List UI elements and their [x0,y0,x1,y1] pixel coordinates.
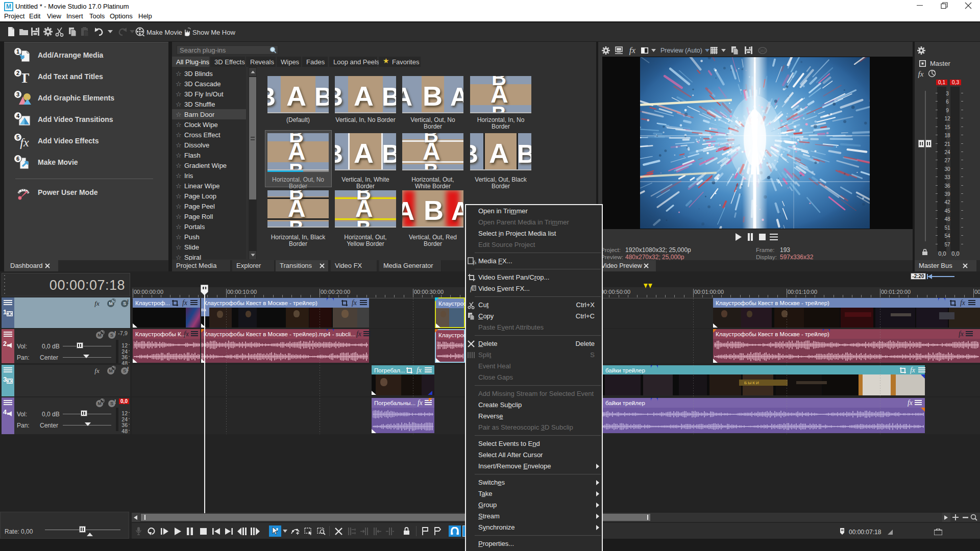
svg-text:fx: fx [629,45,636,55]
svg-text:fx: fx [910,366,916,374]
svg-text:fx: fx [418,399,423,407]
svg-text:fx: fx [182,299,188,307]
svg-text:360: 360 [760,49,766,53]
svg-text:fx: fx [352,299,357,307]
svg-text:fx: fx [960,299,966,307]
svg-text:fx: fx [918,70,924,78]
svg-text:fx: fx [908,399,913,407]
svg-text:fx: fx [959,330,964,338]
svg-text:fx: fx [416,366,422,374]
svg-text:fx: fx [94,367,100,374]
svg-text:fx: fx [184,330,189,338]
svg-text:fx: fx [473,260,476,265]
svg-text:fx: fx [356,330,362,338]
svg-text:fx: fx [94,300,100,307]
